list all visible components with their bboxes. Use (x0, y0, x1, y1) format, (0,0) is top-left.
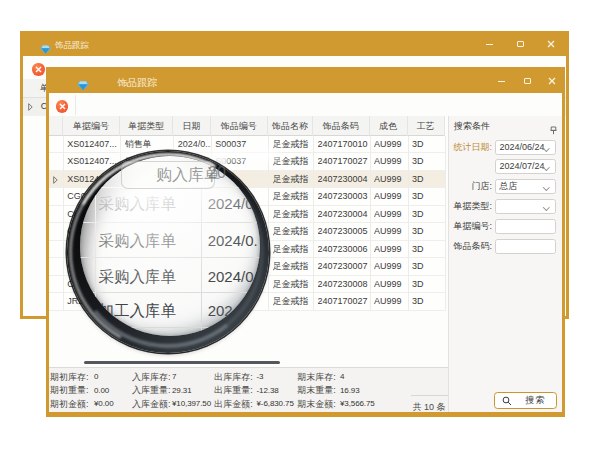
summary-label: 期初库存: (50, 372, 89, 382)
main-maximize-button[interactable] (524, 78, 531, 84)
outer-close-button[interactable] (547, 40, 555, 48)
grid-cell-purity[interactable]: AU999 (374, 206, 408, 224)
grid-column-header[interactable]: 饰品名称 (268, 116, 313, 136)
main-titlebar[interactable]: 饰品跟踪 (46, 67, 565, 93)
search-input[interactable] (495, 239, 556, 254)
grid-cell-craft[interactable]: 3D (412, 171, 445, 189)
grid-cell-purity[interactable]: AU999 (374, 171, 408, 189)
search-dropdown[interactable] (495, 199, 556, 214)
grid-cell-item_name[interactable]: 足金戒指 (273, 188, 314, 206)
grid-column-header[interactable]: 饰品条码 (313, 116, 370, 136)
grid-cell-barcode[interactable]: 2407230007 (318, 258, 370, 276)
summary-panel: 共 10 条 期初库存:0入库库存:7出库库存:-3期末库存:4期初重量:0.0… (49, 367, 448, 412)
outer-maximize-button[interactable] (517, 41, 524, 47)
summary-label: 出库重量: (214, 385, 253, 395)
grid-vertical-line (313, 136, 314, 311)
search-field-label: 统计日期: (449, 140, 492, 155)
outer-minimize-button[interactable] (486, 44, 493, 45)
summary-value: 29.31 (172, 385, 192, 396)
grid-column-header[interactable]: 工艺 (408, 116, 445, 136)
chevron-down-icon (543, 164, 549, 170)
summary-label: 期末重量: (297, 385, 336, 395)
grid-cell-barcode[interactable]: 2407170010 (318, 136, 370, 154)
grid-vertical-line (408, 136, 409, 311)
search-field-label: 单据编号: (449, 219, 492, 234)
search-button-label: 搜索 (526, 393, 546, 408)
grid-column-header[interactable]: 单据编号 (63, 116, 120, 136)
search-field-label: 门店: (449, 179, 492, 194)
grid-cell-barcode[interactable]: 2407230004 (318, 171, 370, 189)
search-input[interactable] (495, 219, 556, 234)
grid-cell-purity[interactable]: AU999 (374, 188, 408, 206)
grid-vertical-line (63, 136, 64, 311)
row-expander-icon[interactable] (53, 176, 58, 184)
grid-cell-craft[interactable]: 3D (412, 293, 445, 311)
summary-label: 出库库存: (214, 372, 253, 382)
horizontal-scrollbar-thumb[interactable] (84, 361, 280, 365)
grid-cell-barcode[interactable]: 2407230003 (318, 188, 370, 206)
grid-cell-barcode[interactable]: 2407230008 (318, 276, 370, 294)
grid-column-header[interactable]: 成色 (370, 116, 408, 136)
pin-icon[interactable] (550, 121, 557, 139)
summary-label: 期初金额: (50, 399, 89, 409)
grid-cell-craft[interactable]: 3D (412, 276, 445, 294)
summary-label: 期初重量: (50, 385, 89, 395)
summary-value: -12.38 (257, 385, 279, 396)
record-count-separator (411, 395, 448, 396)
grid-cell-item_name[interactable]: 足金戒指 (273, 171, 314, 189)
grid-header-row: 单据编号单据类型日期饰品编号饰品名称饰品条码成色工艺 (49, 116, 445, 136)
grid-cell-craft[interactable]: 3D (412, 206, 445, 224)
grid-cell-purity[interactable]: AU999 (374, 276, 408, 294)
summary-label: 入库金额: (132, 399, 171, 409)
grid-cell-craft[interactable]: 3D (412, 258, 445, 276)
grid-cell-item_name[interactable]: 足金戒指 (273, 276, 314, 294)
chevron-down-icon (543, 184, 549, 190)
grid-cell-barcode[interactable]: 2407170027 (318, 293, 370, 311)
grid-cell-craft[interactable]: 3D (412, 241, 445, 259)
summary-value: ¥10,397.50 (172, 399, 211, 410)
grid-cell-barcode[interactable]: 2407230004 (318, 206, 370, 224)
close-view-button[interactable] (56, 100, 69, 113)
search-dropdown[interactable]: 2024/07/24 (495, 159, 556, 174)
search-dropdown[interactable]: 总店 (495, 179, 556, 194)
summary-value: ¥-6,830.75 (257, 399, 294, 410)
summary-value: -3 (257, 372, 264, 383)
outer-row-expander-icon[interactable] (28, 103, 33, 111)
grid-cell-item_name[interactable]: 足金戒指 (273, 223, 314, 241)
outer-window-title: 饰品跟踪 (55, 40, 89, 52)
grid-cell-barcode[interactable]: 2407170027 (318, 153, 370, 171)
search-button[interactable]: 搜索 (494, 392, 558, 410)
grid-cell-purity[interactable]: AU999 (374, 136, 408, 154)
chevron-down-icon (543, 204, 549, 210)
grid-cell-craft[interactable]: 3D (412, 153, 445, 171)
grid-cell-purity[interactable]: AU999 (374, 153, 408, 171)
grid-column-header[interactable]: 日期 (173, 116, 210, 136)
search-dropdown[interactable]: 2024/06/24 (495, 140, 556, 155)
grid-cell-purity[interactable]: AU999 (374, 223, 408, 241)
grid-cell-barcode[interactable]: 2407230006 (318, 241, 370, 259)
main-minimize-button[interactable] (498, 81, 505, 82)
grid-column-header[interactable]: 单据类型 (120, 116, 173, 136)
search-field-label: 饰品条码: (449, 239, 492, 254)
grid-column-header[interactable]: 饰品编号 (211, 116, 268, 136)
app-diamond-icon (77, 76, 89, 94)
grid-cell-craft[interactable]: 3D (412, 223, 445, 241)
grid-cell-item_name[interactable]: 足金戒指 (273, 258, 314, 276)
grid-cell-purity[interactable]: AU999 (374, 241, 408, 259)
main-close-button[interactable] (548, 77, 556, 85)
grid-cell-craft[interactable]: 3D (412, 136, 445, 154)
outer-close-view-button[interactable] (32, 63, 45, 76)
search-icon (502, 396, 512, 406)
grid-cell-purity[interactable]: AU999 (374, 293, 408, 311)
summary-value: 0 (94, 372, 98, 383)
grid-cell-item_name[interactable]: 足金戒指 (273, 241, 314, 259)
summary-value: 4 (340, 372, 344, 383)
grid-cell-craft[interactable]: 3D (412, 188, 445, 206)
grid-cell-item_name[interactable]: 足金戒指 (273, 293, 314, 311)
grid-cell-barcode[interactable]: 2407230005 (318, 223, 370, 241)
grid-cell-item_name[interactable]: 足金戒指 (273, 206, 314, 224)
grid-cell-purity[interactable]: AU999 (374, 258, 408, 276)
summary-label: 期末库存: (297, 372, 336, 382)
search-field-label: 单据类型: (449, 199, 492, 214)
outer-titlebar[interactable]: 饰品跟踪 (20, 31, 569, 56)
